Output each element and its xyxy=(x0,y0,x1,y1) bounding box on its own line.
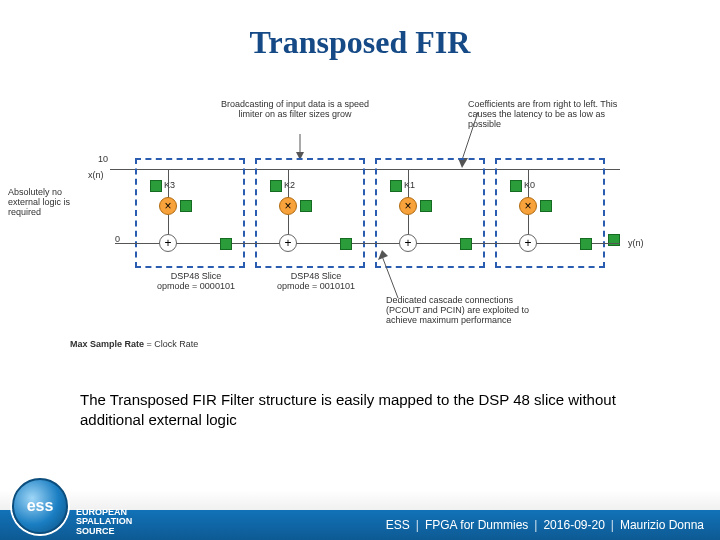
multiplier-3: × xyxy=(519,197,537,215)
prod-reg-1 xyxy=(300,200,312,212)
pipe-reg-1 xyxy=(340,238,352,250)
zero-input: 0 xyxy=(115,234,120,244)
svg-line-2 xyxy=(462,112,478,160)
signal-in-label: x(n) xyxy=(88,170,104,180)
adder-1: + xyxy=(279,234,297,252)
coef-label-3: K0 xyxy=(524,180,535,190)
multiplier-0: × xyxy=(159,197,177,215)
pipe-reg-2 xyxy=(460,238,472,250)
coef-reg-0 xyxy=(150,180,162,192)
annotation-cascade: Dedicated cascade connections (PCOUT and… xyxy=(386,296,546,326)
svg-line-4 xyxy=(382,256,398,298)
slice-label-0: DSP48 Slice opmode = 0000101 xyxy=(146,272,246,292)
coef-reg-2 xyxy=(390,180,402,192)
arrow-down-icon xyxy=(290,134,310,160)
coef-label-0: K3 xyxy=(164,180,175,190)
footer-date: 2016-09-20 xyxy=(543,518,604,532)
slide-title: Transposed FIR xyxy=(0,24,720,61)
dsp48-slice-3 xyxy=(495,158,605,268)
multiplier-2: × xyxy=(399,197,417,215)
input-width: 10 xyxy=(98,154,108,164)
annotation-broadcast: Broadcasting of input data is a speed li… xyxy=(215,100,375,120)
adder-3: + xyxy=(519,234,537,252)
coef-reg-3 xyxy=(510,180,522,192)
max-rate-a: Max Sample Rate xyxy=(70,339,144,349)
slice-label-1: DSP48 Slice opmode = 0010101 xyxy=(266,272,366,292)
pipe-reg-0 xyxy=(220,238,232,250)
transposed-fir-diagram: Broadcasting of input data is a speed li… xyxy=(80,100,650,355)
ess-logo-text: EUROPEAN SPALLATION SOURCE xyxy=(76,508,132,536)
footer-org: ESS xyxy=(386,518,410,532)
slide-caption: The Transposed FIR Filter structure is e… xyxy=(80,390,640,431)
slice-line2-0: opmode = 0000101 xyxy=(157,281,235,291)
multiplier-1: × xyxy=(279,197,297,215)
arrow-up-icon xyxy=(378,250,408,300)
footer-talk: FPGA for Dummies xyxy=(425,518,528,532)
adder-0: + xyxy=(159,234,177,252)
ess-logo-icon: ess xyxy=(12,478,68,534)
signal-out-label: y(n) xyxy=(628,238,644,248)
coef-reg-1 xyxy=(270,180,282,192)
prod-reg-0 xyxy=(180,200,192,212)
slice-line1-1: DSP48 Slice xyxy=(291,271,342,281)
footer-sep-1: | xyxy=(416,518,419,532)
prod-reg-3 xyxy=(540,200,552,212)
pipe-reg-3 xyxy=(580,238,592,250)
dsp48-slice-0 xyxy=(135,158,245,268)
annotation-no-external: Absolutely no external logic is required xyxy=(8,188,96,218)
prod-reg-2 xyxy=(420,200,432,212)
footer-author: Maurizio Donna xyxy=(620,518,704,532)
dsp48-slice-1 xyxy=(255,158,365,268)
footer-sep-2: | xyxy=(534,518,537,532)
slide-footer: ESS | FPGA for Dummies | 2016-09-20 | Ma… xyxy=(0,480,720,540)
slice-line1-0: DSP48 Slice xyxy=(171,271,222,281)
coef-label-2: K1 xyxy=(404,180,415,190)
annotation-coeffs: Coefficients are from right to left. Thi… xyxy=(468,100,618,130)
footer-sep-3: | xyxy=(611,518,614,532)
coef-label-1: K2 xyxy=(284,180,295,190)
max-rate-b: = Clock Rate xyxy=(147,339,199,349)
output-register xyxy=(608,234,620,246)
slice-line2-1: opmode = 0010101 xyxy=(277,281,355,291)
max-rate-label: Max Sample Rate = Clock Rate xyxy=(70,340,198,350)
ess-logo-line-2: SOURCE xyxy=(76,526,115,536)
